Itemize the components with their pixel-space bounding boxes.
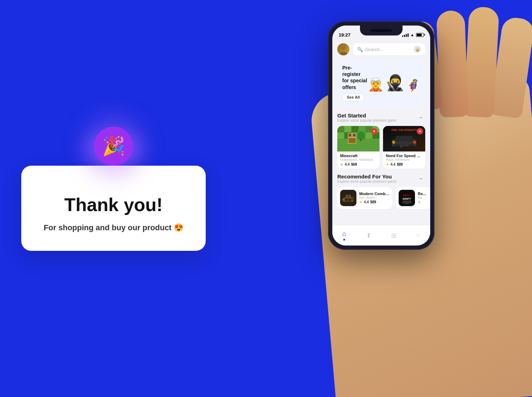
- game-cards-row: ♥ Minecraft Multiplayers, Adventure ★ 4.…: [332, 124, 430, 172]
- svg-rect-9: [337, 132, 344, 139]
- recommended-cards-row: Modern Combat 4:... Fps, Action ★ 4.4 $8…: [332, 185, 430, 212]
- real-drift-thumbnail: REAL DRIFT: [399, 190, 415, 206]
- svg-rect-17: [353, 134, 356, 137]
- svg-rect-6: [359, 126, 366, 132]
- nfs-star-icon: ★: [386, 162, 389, 166]
- svg-rect-29: [408, 144, 414, 147]
- app-content: 🔍 Search... 🔒 Pre-register for special o…: [332, 41, 430, 246]
- wifi-icon: ▲: [410, 33, 414, 37]
- profile-icon: ○: [416, 232, 420, 239]
- nav-home[interactable]: ⌂: [342, 230, 346, 241]
- recommended-title: Recomended For You: [337, 173, 397, 180]
- real-drift-card[interactable]: REAL DRIFT Re... Ra...: [396, 187, 430, 209]
- svg-rect-28: [394, 144, 400, 147]
- minecraft-name: Minecraft: [340, 154, 377, 158]
- nfs-tags: Race, Adventure: [386, 158, 422, 161]
- phone-mockup: 19:27 ▲: [328, 21, 434, 250]
- svg-rect-21: [359, 132, 362, 134]
- real-drift-info: Re... Ra... ★: [418, 192, 428, 204]
- banner-title: Pre-register for special offers: [342, 65, 368, 90]
- recommended-title-group: Recomended For You Explore some popular …: [337, 173, 397, 183]
- battery-icon: [416, 33, 424, 37]
- thank-you-subtitle: For shopping and buy our product 😍: [39, 222, 188, 233]
- games-icon: ⊞: [391, 232, 397, 239]
- svg-rect-36: [342, 199, 344, 200]
- minecraft-price: $69: [351, 162, 357, 166]
- hand-section: 19:27 ▲: [266, 0, 532, 397]
- recommended-subtitle: Explore some popular premium game: [337, 180, 397, 183]
- search-bar[interactable]: 🔍 Search... 🔒: [353, 43, 425, 55]
- real-drift-tags: Ra...: [418, 196, 428, 199]
- modern-combat-card[interactable]: Modern Combat 4:... Fps, Action ★ 4.4 $8…: [337, 187, 392, 209]
- svg-point-0: [341, 45, 346, 50]
- modern-combat-rating-row: ★ 4.4 $89: [359, 200, 389, 204]
- thank-you-card: Thank you! For shopping and buy our prod…: [21, 166, 206, 251]
- real-drift-name: Re...: [418, 192, 428, 196]
- minecraft-info: Minecraft Multiplayers, Adventure ★ 4.4 …: [337, 151, 379, 169]
- see-all-button[interactable]: See All: [342, 93, 364, 101]
- nfs-rating: 4.4: [390, 162, 395, 166]
- recommended-arrow[interactable]: →: [416, 174, 425, 183]
- svg-point-46: [409, 203, 411, 205]
- recommended-header: Recomended For You Explore some popular …: [332, 172, 430, 185]
- minecraft-rating-row: ★ 4.4 $69: [340, 162, 377, 166]
- minecraft-rating: 4.4: [345, 162, 350, 166]
- svg-rect-16: [349, 134, 351, 137]
- home-active-dot: [343, 239, 345, 241]
- svg-rect-3: [337, 126, 344, 132]
- svg-rect-40: [347, 195, 349, 202]
- mc-star-icon: ★: [359, 200, 362, 204]
- svg-rect-5: [351, 126, 359, 132]
- promotion-banner[interactable]: Pre-register for special offers See All …: [337, 59, 425, 107]
- svg-text:FEEL THE INTENSITY: FEEL THE INTENSITY: [392, 129, 417, 131]
- modern-combat-thumbnail: [340, 190, 356, 206]
- search-placeholder: Search...: [365, 47, 383, 52]
- minecraft-card[interactable]: ♥ Minecraft Multiplayers, Adventure ★ 4.…: [337, 126, 379, 169]
- minecraft-heart: ♥: [371, 128, 377, 134]
- search-icon: 🔍: [357, 47, 363, 52]
- nfs-name: Need For Speed Most...: [386, 154, 422, 158]
- nfs-card[interactable]: FEEL THE INTENSITY ♥ Need For Speed Most…: [383, 126, 425, 169]
- svg-point-31: [413, 141, 416, 144]
- phone-notch: [360, 26, 403, 35]
- modern-combat-tags: Fps, Action: [359, 196, 389, 199]
- svg-point-45: [403, 203, 405, 205]
- signal-bars-icon: [402, 33, 409, 37]
- thank-you-title: Thank you!: [39, 194, 188, 215]
- minecraft-thumbnail: ♥: [337, 126, 379, 151]
- nav-share[interactable]: ⬆: [366, 232, 371, 239]
- svg-text:REAL: REAL: [403, 194, 411, 197]
- nfs-price: $89: [397, 162, 403, 166]
- svg-point-30: [392, 141, 395, 144]
- minecraft-tags: Multiplayers, Adventure: [340, 158, 377, 161]
- nfs-rating-row: ★ 4.4 $89: [386, 162, 422, 166]
- nav-profile[interactable]: ○: [416, 232, 420, 239]
- home-icon: ⌂: [342, 230, 346, 238]
- share-icon: ⬆: [366, 232, 371, 239]
- nfs-info: Need For Speed Most... Race, Adventure ★…: [383, 151, 425, 169]
- bottom-nav: ⌂ ⬆ ⊞ ○: [332, 225, 430, 246]
- status-icons: ▲: [402, 33, 424, 37]
- nav-games[interactable]: ⊞: [391, 232, 397, 239]
- star-icon: ★: [340, 162, 343, 166]
- rd-star-icon: ★: [418, 200, 421, 204]
- svg-rect-27: [395, 136, 413, 142]
- nfs-thumbnail: FEEL THE INTENSITY ♥: [383, 126, 425, 151]
- banner-text: Pre-register for special offers See All: [342, 65, 368, 101]
- thank-you-section: 🎉 Thank you! For shopping and buy our pr…: [21, 146, 206, 251]
- svg-rect-18: [349, 138, 356, 143]
- get-started-subtitle: Explore some popular premium game: [337, 118, 397, 122]
- modern-combat-info: Modern Combat 4:... Fps, Action ★ 4.4 $8…: [359, 192, 389, 204]
- get-started-title: Get Started: [337, 112, 397, 118]
- real-drift-rating-row: ★: [418, 200, 428, 204]
- avatar[interactable]: [337, 43, 349, 55]
- svg-rect-4: [344, 126, 351, 132]
- modern-combat-rating: 4.4: [364, 200, 369, 204]
- lock-icon: 🔒: [414, 46, 421, 53]
- svg-rect-37: [352, 198, 355, 199]
- card-wrapper: 🎉 Thank you! For shopping and buy our pr…: [21, 146, 206, 251]
- banner-characters: 🧝 🥷 🦸: [368, 73, 420, 92]
- modern-combat-name: Modern Combat 4:...: [359, 192, 389, 196]
- get-started-arrow[interactable]: →: [416, 113, 425, 122]
- modern-combat-price: $89: [370, 200, 376, 204]
